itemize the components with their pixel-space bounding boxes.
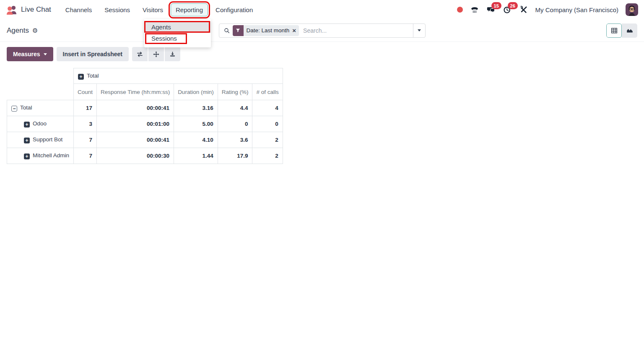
livechat-logo-icon (6, 5, 17, 15)
company-name[interactable]: My Company (San Francisco) (535, 6, 618, 13)
expand-all-button[interactable] (148, 47, 164, 61)
row-header-mitchell-admin[interactable]: +Mitchell Admin (7, 148, 74, 164)
cell-value: 00:00:41 (97, 100, 174, 116)
cell-value: 4.10 (174, 132, 218, 148)
flip-axis-icon (136, 51, 143, 58)
download-icon (169, 51, 176, 58)
menu-configuration[interactable]: Configuration (210, 3, 258, 16)
facet-remove-icon[interactable]: × (292, 27, 296, 34)
recording-status-dot[interactable] (457, 7, 463, 13)
row-label: Mitchell Admin (33, 152, 69, 159)
control-panel: Agents ⚙ Date: Last month × (0, 19, 644, 42)
measure-header-count[interactable]: Count (74, 84, 97, 100)
measure-header-response-time[interactable]: Response Time (hh:mm:ss) (97, 84, 174, 100)
odoo-livechat-page: Live Chat Channels Sessions Visitors Rep… (0, 0, 644, 346)
insert-in-spreadsheet-button[interactable]: Insert in Spreadsheet (57, 47, 129, 61)
chevron-down-icon (418, 29, 421, 31)
expand-icon: + (78, 74, 84, 80)
user-avatar[interactable] (626, 3, 638, 16)
cell-value: 7 (74, 148, 97, 164)
menu-sessions[interactable]: Sessions (99, 3, 135, 16)
measure-header-calls[interactable]: # of calls (252, 84, 283, 100)
cell-value: 00:00:30 (97, 148, 174, 164)
menu-visitors[interactable]: Visitors (138, 3, 168, 16)
cell-value: 1.44 (174, 148, 218, 164)
cell-value: 3 (74, 116, 97, 132)
row-header-support-bot[interactable]: +Support Bot (7, 132, 74, 148)
expand-icon: + (24, 138, 30, 143)
measures-button[interactable]: Measures (7, 47, 53, 61)
cell-value: 3.16 (174, 100, 218, 116)
cell-value: 00:00:41 (97, 132, 174, 148)
pivot-toolbar: Measures Insert in Spreadsheet (0, 42, 644, 61)
activities-clock-icon[interactable]: 26 (503, 5, 512, 14)
cell-value: 17 (74, 100, 97, 116)
col-group-header-total[interactable]: +Total (74, 68, 283, 84)
debug-tools-icon[interactable] (519, 5, 528, 14)
pivot-table: +Total Count Response Time (hh:mm:ss) Du… (7, 68, 283, 164)
gear-icon[interactable]: ⚙ (32, 27, 38, 34)
cell-value: 4 (252, 100, 283, 116)
measure-header-rating[interactable]: Rating (%) (218, 84, 252, 100)
messages-badge: 15 (491, 2, 501, 9)
phone-icon[interactable] (470, 5, 479, 14)
pivot-corner-cell (7, 68, 74, 84)
systray: 15 26 My Company (San Francisco) (457, 3, 638, 16)
cell-value: 0 (218, 116, 252, 132)
measures-label: Measures (13, 51, 40, 57)
messages-icon[interactable]: 15 (486, 5, 496, 14)
row-label: Total (20, 104, 32, 111)
cell-value: 2 (252, 132, 283, 148)
row-header-total[interactable]: −Total (7, 100, 74, 116)
menu-channels[interactable]: Channels (60, 3, 97, 16)
collapse-icon: − (11, 106, 17, 112)
search-input[interactable] (299, 27, 413, 34)
cell-value: 5.00 (174, 116, 218, 132)
expand-icon: + (24, 122, 30, 127)
cell-value: 2 (252, 148, 283, 164)
col-group-label: Total (87, 73, 99, 79)
row-header-odoo[interactable]: +Odoo (7, 116, 74, 132)
page-title: Agents (7, 26, 29, 35)
table-row-support-bot: +Support Bot 7 00:00:41 4.10 3.6 2 (7, 132, 283, 148)
pivot-view: +Total Count Response Time (hh:mm:ss) Du… (0, 61, 644, 164)
main-menu: Channels Sessions Visitors Reporting Con… (60, 3, 258, 16)
search-facet-date[interactable]: Date: Last month × (233, 25, 299, 36)
app-switcher[interactable]: Live Chat (6, 5, 51, 15)
cell-value: 00:01:00 (97, 116, 174, 132)
pivot-corner-cell (7, 84, 74, 100)
pivot-icon-buttons (132, 47, 180, 61)
pivot-view-button[interactable] (606, 23, 622, 38)
table-row-total: −Total 17 00:00:41 3.16 4.4 4 (7, 100, 283, 116)
table-row-mitchell-admin: +Mitchell Admin 7 00:00:30 1.44 17.9 2 (7, 148, 283, 164)
activities-badge: 26 (508, 2, 518, 9)
dropdown-item-sessions[interactable]: Sessions (144, 33, 211, 44)
reporting-dropdown-menu: Agents Sessions (144, 19, 211, 47)
chevron-down-icon (44, 53, 47, 55)
search-icon (223, 27, 230, 34)
menu-reporting[interactable]: Reporting (171, 3, 208, 16)
pivot-grid-icon (610, 27, 618, 34)
download-xlsx-button[interactable] (165, 47, 180, 61)
flip-axis-button[interactable] (132, 47, 148, 61)
expand-all-icon (153, 51, 160, 58)
graph-view-button[interactable] (622, 23, 637, 38)
cell-value: 0 (252, 116, 283, 132)
cell-value: 3.6 (218, 132, 252, 148)
cell-value: 4.4 (218, 100, 252, 116)
measure-header-duration[interactable]: Duration (min) (174, 84, 218, 100)
dropdown-item-agents[interactable]: Agents (144, 21, 211, 33)
view-switcher-zone (426, 23, 638, 38)
search-options-toggle[interactable] (413, 24, 425, 37)
top-navbar: Live Chat Channels Sessions Visitors Rep… (0, 0, 644, 19)
area-chart-icon (626, 27, 634, 34)
app-name: Live Chat (21, 5, 51, 14)
cell-value: 17.9 (218, 148, 252, 164)
cell-value: 7 (74, 132, 97, 148)
facet-label: Date: Last month (247, 27, 290, 34)
view-switcher (606, 23, 637, 38)
filter-icon (233, 25, 244, 36)
search-bar: Date: Last month × (219, 23, 426, 38)
table-row-odoo: +Odoo 3 00:01:00 5.00 0 0 (7, 116, 283, 132)
expand-icon: + (24, 153, 30, 159)
